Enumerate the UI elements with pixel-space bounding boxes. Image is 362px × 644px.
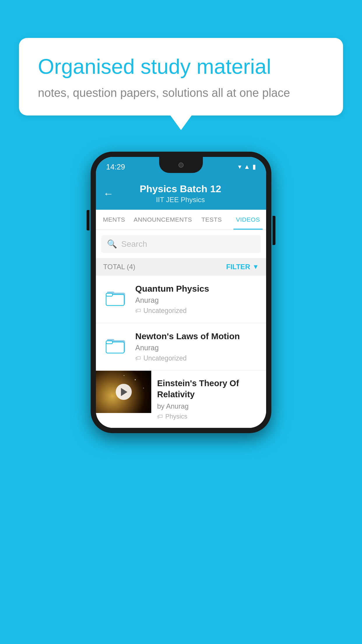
filter-icon: ▼ — [252, 263, 259, 271]
tag-icon-3: 🏷 — [157, 413, 163, 420]
list-item[interactable]: Quantum Physics Anurag 🏷 Uncategorized — [96, 276, 266, 323]
video-tag-2: 🏷 Uncategorized — [135, 354, 259, 362]
video-info-1: Quantum Physics Anurag 🏷 Uncategorized — [135, 284, 259, 315]
header-subtitle: IIT JEE Physics — [120, 196, 241, 204]
video-author-1: Anurag — [135, 296, 259, 304]
speech-bubble-title: Organised study material — [38, 54, 324, 79]
wifi-icon: ▾ — [238, 163, 241, 171]
tab-ments[interactable]: MENTS — [96, 210, 132, 230]
video-title-1: Quantum Physics — [135, 284, 259, 294]
signal-icon: ▲ — [244, 163, 250, 171]
tab-tests[interactable]: TESTS — [194, 210, 230, 230]
header-info: Physics Batch 12 IIT JEE Physics — [120, 183, 241, 204]
svg-rect-7 — [106, 341, 113, 344]
play-button[interactable] — [116, 384, 132, 400]
video-author-2: Anurag — [135, 344, 259, 352]
search-placeholder: Search — [121, 239, 147, 249]
video-tag-3: 🏷 Physics — [157, 413, 260, 420]
folder-icon-1 — [103, 284, 129, 310]
tag-label-3: Physics — [165, 413, 187, 420]
play-icon — [121, 388, 127, 396]
video-list: Quantum Physics Anurag 🏷 Uncategorized — [96, 276, 266, 428]
video-info-2: Newton's Laws of Motion Anurag 🏷 Uncateg… — [135, 331, 259, 362]
search-bar[interactable]: 🔍 Search — [101, 235, 261, 253]
filter-label: FILTER — [226, 263, 250, 271]
back-button[interactable]: ← — [103, 188, 114, 200]
tag-icon-2: 🏷 — [135, 355, 141, 362]
filter-row: TOTAL (4) FILTER ▼ — [96, 258, 266, 276]
phone-screen: 14:29 ▾ ▲ ▮ ← Physics Batch 12 IIT JEE P… — [96, 157, 266, 428]
video-title-2: Newton's Laws of Motion — [135, 331, 259, 341]
total-count: TOTAL (4) — [103, 263, 135, 271]
speech-bubble: Organised study material notes, question… — [19, 38, 343, 116]
tag-label-2: Uncategorized — [143, 354, 187, 362]
search-icon: 🔍 — [107, 239, 117, 249]
status-bar: 14:29 ▾ ▲ ▮ — [96, 157, 266, 177]
tab-videos[interactable]: VIDEOS — [230, 210, 266, 230]
app-header: ← Physics Batch 12 IIT JEE Physics — [96, 177, 266, 210]
speech-bubble-subtitle: notes, question papers, solutions all at… — [38, 86, 324, 99]
tag-label-1: Uncategorized — [143, 307, 187, 315]
status-time: 14:29 — [106, 162, 125, 172]
status-icons: ▾ ▲ ▮ — [238, 163, 256, 171]
video-tag-1: 🏷 Uncategorized — [135, 307, 259, 315]
video-author-3: by Anurag — [157, 402, 260, 410]
battery-icon: ▮ — [252, 163, 256, 171]
phone-outer: 14:29 ▾ ▲ ▮ ← Physics Batch 12 IIT JEE P… — [91, 152, 271, 433]
list-item[interactable]: Newton's Laws of Motion Anurag 🏷 Uncateg… — [96, 323, 266, 371]
notch — [159, 157, 203, 173]
phone-mockup: 14:29 ▾ ▲ ▮ ← Physics Batch 12 IIT JEE P… — [91, 152, 271, 433]
speech-bubble-container: Organised study material notes, question… — [19, 38, 343, 116]
video-title-3: Einstein's Theory Of Relativity — [157, 378, 260, 400]
tab-announcements[interactable]: ANNOUNCEMENTS — [132, 210, 194, 230]
tabs-bar: MENTS ANNOUNCEMENTS TESTS VIDEOS — [96, 210, 266, 230]
tag-icon-1: 🏷 — [135, 307, 141, 314]
header-title: Physics Batch 12 — [120, 183, 241, 195]
list-item[interactable]: Einstein's Theory Of Relativity by Anura… — [96, 371, 266, 428]
video-info-3: Einstein's Theory Of Relativity by Anura… — [151, 371, 266, 428]
video-thumbnail — [96, 371, 151, 413]
folder-icon-2 — [103, 331, 129, 358]
filter-button[interactable]: FILTER ▼ — [226, 263, 259, 271]
svg-rect-3 — [106, 293, 113, 296]
camera-dot — [178, 162, 184, 168]
